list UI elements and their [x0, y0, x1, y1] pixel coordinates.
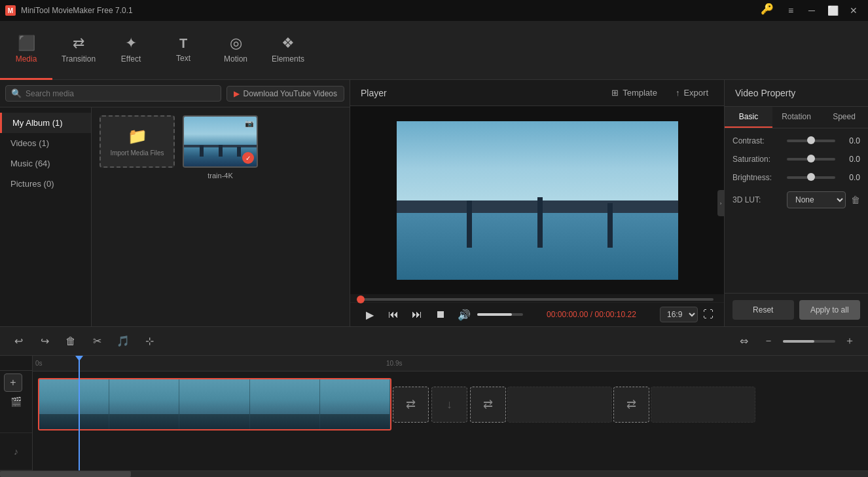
saturation-slider-handle[interactable]: [807, 155, 815, 162]
tab-basic[interactable]: Basic: [725, 107, 772, 128]
audio-track-label: ♪: [0, 433, 32, 470]
delete-button[interactable]: 🗑: [60, 331, 81, 352]
toolbar-label-elements: Elements: [272, 54, 304, 64]
template-button[interactable]: ⊞ Template: [606, 85, 662, 100]
import-thumb[interactable]: 📁 Import Media Files: [99, 115, 175, 168]
chevron-right-icon: ›: [720, 200, 722, 206]
clip-frame-5: [320, 379, 390, 429]
video-container: [350, 106, 724, 294]
timeline-tracks[interactable]: 0s 10.9s: [33, 356, 868, 470]
sidebar-item-my-album[interactable]: My Album (1): [0, 113, 91, 133]
menu-button[interactable]: ≡: [782, 3, 800, 18]
bridge-pillar-1: [467, 200, 472, 248]
zoom-in-button[interactable]: ＋: [839, 331, 860, 352]
clip-frames: [39, 379, 390, 429]
sidebar-item-pictures[interactable]: Pictures (0): [0, 174, 91, 194]
fit-timeline-button[interactable]: ⇔: [733, 331, 754, 352]
youtube-icon: ▶: [234, 89, 240, 98]
aspect-ratio-select[interactable]: 16:9: [660, 307, 698, 322]
toolbar-item-effect[interactable]: ✦ Effect: [105, 21, 157, 80]
youtube-download-button[interactable]: ▶ Download YouTube Videos: [226, 86, 344, 102]
progress-bar-container[interactable]: [350, 294, 724, 302]
toolbar-item-elements[interactable]: ❖ Elements: [262, 21, 314, 80]
prev-frame-button[interactable]: ⏮: [384, 305, 403, 324]
toolbar-label-media: Media: [16, 54, 37, 64]
cut-button[interactable]: ✂: [86, 331, 107, 352]
contrast-value: 0.0: [841, 136, 860, 145]
progress-track[interactable]: [361, 298, 714, 301]
brightness-row: Brightness: 0.0: [732, 173, 860, 182]
apply-to-all-button[interactable]: Apply to all: [799, 300, 861, 320]
brightness-slider-handle[interactable]: [807, 173, 815, 181]
property-panel-title: Video Property: [725, 80, 868, 107]
search-icon: 🔍: [11, 88, 22, 98]
tab-speed[interactable]: Speed: [820, 107, 868, 128]
video-track-icon: 🎬: [10, 396, 22, 407]
restore-button[interactable]: ⬜: [823, 3, 842, 18]
lut-select[interactable]: None: [787, 191, 846, 208]
play-button[interactable]: ▶: [361, 305, 379, 324]
sidebar-item-videos[interactable]: Videos (1): [0, 133, 91, 153]
volume-slider[interactable]: [477, 313, 523, 316]
redo-button[interactable]: ↪: [34, 331, 55, 352]
audio-button[interactable]: 🎵: [113, 331, 134, 352]
player-panel: Player ⊞ Template ↑ Export: [350, 80, 724, 326]
brightness-value: 0.0: [841, 173, 860, 182]
progress-handle[interactable]: [357, 296, 365, 303]
close-button[interactable]: ✕: [844, 3, 863, 18]
effect-icon: ✦: [125, 35, 137, 52]
video-track-area: ⇄ ↓ ⇄ ⇄: [33, 372, 868, 437]
player-controls: ▶ ⏮ ⏭ ⏹ 🔊 00:00:00.00 / 00:00:10.22 16:9: [350, 302, 724, 326]
camera-icon: 📷: [245, 119, 254, 128]
timeline-scrollbar[interactable]: [0, 470, 868, 477]
property-panel: Video Property Basic Rotation Speed Cont…: [724, 80, 868, 326]
minimize-button[interactable]: ─: [803, 3, 821, 18]
timeline-tools-left: ↩ ↪ 🗑 ✂ 🎵 ⊹: [8, 331, 160, 352]
undo-button[interactable]: ↩: [8, 331, 29, 352]
reset-button[interactable]: Reset: [732, 300, 794, 320]
contrast-label: Contrast:: [732, 136, 782, 145]
lut-row: 3D LUT: None 🗑: [732, 191, 860, 208]
stop-button[interactable]: ⏹: [431, 305, 450, 324]
transition-slot-download[interactable]: ↓: [431, 387, 467, 423]
toolbar-item-media[interactable]: ⬛ Media: [0, 21, 52, 80]
zoom-out-button[interactable]: －: [758, 331, 779, 352]
contrast-slider[interactable]: [787, 140, 835, 142]
crop-button[interactable]: ⊹: [139, 331, 160, 352]
transition-slot-3[interactable]: ⇄: [613, 387, 649, 423]
tab-rotation[interactable]: Rotation: [772, 107, 820, 128]
text-icon: T: [179, 36, 187, 51]
next-frame-button[interactable]: ⏭: [408, 305, 426, 324]
zoom-slider[interactable]: [783, 340, 835, 343]
fullscreen-button[interactable]: ⛶: [703, 309, 714, 320]
scrollbar-thumb[interactable]: [0, 471, 131, 477]
transition-slot-2[interactable]: ⇄: [470, 387, 506, 423]
toolbar-item-text[interactable]: T Text: [157, 21, 209, 80]
sidebar-item-music[interactable]: Music (64): [0, 153, 91, 174]
panel-collapse-handle[interactable]: ›: [717, 190, 724, 216]
video-check-icon: ✓: [242, 152, 254, 164]
search-input[interactable]: [26, 89, 215, 98]
contrast-slider-handle[interactable]: [807, 136, 815, 144]
export-button[interactable]: ↑ Export: [670, 85, 714, 100]
add-video-track-button[interactable]: +: [4, 373, 22, 392]
empty-slot-2: [651, 387, 755, 423]
transition-slot-1[interactable]: ⇄: [393, 387, 429, 423]
import-media-item[interactable]: 📁 Import Media Files: [99, 115, 175, 180]
audio-track-icon: ♪: [14, 446, 18, 457]
video-media-item[interactable]: 📷 ✓ train-4K: [183, 115, 258, 180]
video-thumb[interactable]: 📷 ✓: [183, 115, 258, 168]
search-box[interactable]: 🔍: [5, 85, 221, 102]
titlebar: M MiniTool MovieMaker Free 7.0.1 🔑 ≡ ─ ⬜…: [0, 0, 868, 21]
video-preview: [397, 121, 678, 280]
saturation-slider[interactable]: [787, 158, 835, 161]
empty-slot-1: [507, 387, 612, 423]
toolbar-item-transition[interactable]: ⇄ Transition: [52, 21, 105, 80]
brightness-slider[interactable]: [787, 176, 835, 179]
video-clip[interactable]: [38, 378, 391, 430]
scrollbar-track[interactable]: [0, 471, 868, 477]
lut-label: 3D LUT:: [732, 195, 782, 204]
volume-icon[interactable]: 🔊: [455, 305, 473, 324]
toolbar-item-motion[interactable]: ◎ Motion: [209, 21, 262, 80]
lut-delete-button[interactable]: 🗑: [851, 195, 860, 205]
